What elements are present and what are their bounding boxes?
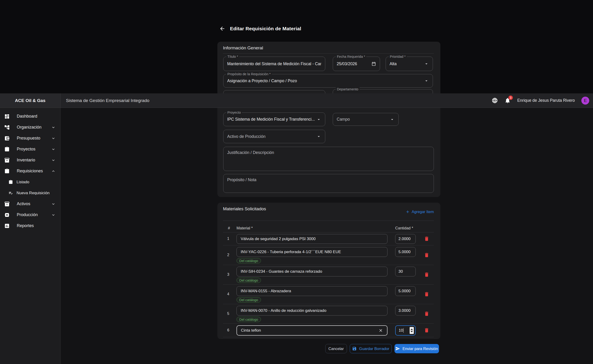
materials-rows: 1Válvula de seguridad 2 pulgadas PSI 300… (223, 232, 434, 337)
clipboard-icon (4, 168, 10, 174)
chart-icon (4, 223, 10, 229)
sidebar-item-presupuesto[interactable]: Presupuesto (0, 133, 60, 144)
material-value: INV-SIH-0234 - Guantes de carnaza reforz… (241, 269, 322, 274)
quantity-input[interactable]: 3.0000 (395, 306, 416, 316)
org-icon (4, 125, 10, 130)
sidebar-item-nueva-requisicion[interactable]: Nueva Requisición (0, 188, 60, 198)
sidebar-item-proyectos[interactable]: Proyectos (0, 144, 60, 155)
app-bar-right: 3 Enrique de Jesus Paruta Rivero E (492, 97, 593, 104)
calendar-icon[interactable] (371, 61, 376, 66)
material-input[interactable]: Válvula de seguridad 2 pulgadas PSI 3000 (237, 234, 388, 244)
trash-icon (424, 252, 429, 258)
delete-row-button[interactable] (424, 252, 429, 258)
delete-row-button[interactable] (424, 272, 429, 277)
campo-select[interactable]: Campo (333, 113, 399, 126)
campo-placeholder: Campo (337, 117, 350, 122)
spinner-up-icon[interactable] (411, 329, 413, 330)
departamento-label: Departamento (336, 87, 360, 91)
proyecto-label: Proyecto (226, 111, 242, 114)
material-input[interactable]: INV-MAN-0155 - Abrazadera (237, 286, 388, 296)
quantity-value: 5.0000 (398, 250, 411, 254)
sidebar-item-listado[interactable]: Listado (0, 176, 60, 188)
activo-produccion-select[interactable]: Activo de Producción (223, 130, 325, 143)
chevron-down-icon (51, 158, 56, 162)
sidebar-item-activos[interactable]: Activos (0, 198, 60, 209)
quantity-value: 2.0000 (398, 237, 411, 241)
material-input[interactable]: INV-MAN-0070 - Anillo de reducción galva… (237, 306, 388, 316)
notifications-button[interactable]: 3 (504, 97, 511, 104)
materials-table-header: # Material * Cantidad * (223, 224, 434, 232)
materials-card: Materiales Solicitados Agregar Item # Ma… (217, 203, 440, 339)
sidebar: DashboardOrganizaciónPresupuestoProyecto… (0, 108, 61, 364)
sidebar-item-inventario[interactable]: Inventario (0, 155, 60, 166)
delete-row-button[interactable] (424, 311, 429, 317)
proyecto-value: IPC Sistema de Medición Fiscal y Transfe… (227, 117, 315, 122)
inventory-icon (4, 201, 10, 207)
activo-placeholder: Activo de Producción (227, 134, 265, 139)
material-input[interactable]: INV-YAC-0226 - Tuberia perforada 4-1/2´´… (237, 247, 388, 257)
column-material: Material * (237, 226, 253, 230)
sidebar-item-reportes[interactable]: Reportes (0, 220, 60, 231)
material-input[interactable]: INV-SIH-0234 - Guantes de carnaza reforz… (237, 267, 388, 276)
playlist-check-icon (8, 191, 13, 195)
clear-icon[interactable] (378, 328, 383, 333)
chevron-up-icon (51, 169, 56, 174)
caret-down-icon (424, 61, 429, 66)
save-draft-label: Guardar Borrador (359, 346, 389, 351)
sidebar-item-dashboard[interactable]: Dashboard (0, 111, 60, 122)
spinner-down-icon[interactable] (411, 331, 413, 332)
avatar[interactable]: E (581, 97, 589, 104)
caret-down-icon (389, 117, 395, 122)
sidebar-item-label: Nueva Requisición (17, 191, 50, 195)
row-number: 2 (227, 253, 229, 257)
material-value: INV-MAN-0155 - Abrazadera (241, 289, 291, 293)
chevron-down-icon (51, 125, 56, 130)
save-draft-button[interactable]: Guardar Borrador (350, 344, 392, 353)
titulo-value: Mantenimiento del Sistema de Medición Fi… (227, 61, 321, 66)
quantity-input[interactable]: 2.0000 (395, 234, 416, 244)
general-info-card: Información General Título * Mantenimien… (217, 42, 440, 197)
nota-placeholder: Propósito / Nota (227, 177, 256, 182)
quantity-input[interactable]: 5.0000 (395, 286, 416, 296)
fecha-value: 25/03/2026 (337, 61, 357, 66)
fecha-requerida-field[interactable]: Fecha Requerida * 25/03/2026 (333, 57, 380, 71)
quantity-input[interactable]: 30 (395, 267, 416, 276)
sidebar-item-requisiciones[interactable]: Requisiciones (0, 166, 60, 176)
quantity-value: 3.0000 (398, 308, 411, 313)
cancel-button[interactable]: Cancelar (325, 344, 347, 353)
prioridad-select[interactable]: Prioridad * Alta (386, 57, 433, 71)
wallet-icon (4, 136, 10, 141)
sidebar-item-label: Listado (17, 180, 29, 184)
plus-icon (405, 210, 410, 214)
justificacion-textarea[interactable]: Justificación / Descripción (223, 147, 434, 171)
submit-review-button[interactable]: Enviar para Revisión (395, 344, 439, 353)
proposito-select[interactable]: Propósito de la Requisición * Asignación… (223, 74, 433, 88)
number-spinner[interactable] (410, 327, 414, 334)
add-item-button[interactable]: Agregar Item (405, 210, 434, 214)
quantity-input[interactable]: 10 (395, 325, 416, 336)
material-row: 2INV-YAC-0226 - Tuberia perforada 4-1/2´… (223, 246, 434, 265)
sidebar-item-label: Dashboard (17, 114, 37, 119)
sidebar-item-produccion[interactable]: Producción (0, 209, 60, 220)
delete-row-button[interactable] (424, 236, 429, 241)
quantity-input[interactable]: 5.0000 (395, 247, 416, 257)
delete-row-button[interactable] (424, 291, 429, 297)
clipboard-icon (4, 146, 10, 152)
prioridad-value: Alta (389, 61, 396, 66)
barrel-icon (4, 212, 10, 218)
nota-textarea[interactable]: Propósito / Nota (223, 174, 434, 193)
general-info-title: Información General (223, 46, 263, 51)
titulo-field[interactable]: Título * Mantenimiento del Sistema de Me… (223, 57, 325, 71)
chevron-down-icon (51, 136, 56, 141)
trash-icon (424, 291, 429, 297)
fecha-label: Fecha Requerida * (336, 55, 366, 58)
proyecto-select[interactable]: Proyecto IPC Sistema de Medición Fiscal … (223, 112, 325, 126)
brand: ACE Oil & Gas (0, 93, 61, 108)
material-input[interactable]: Cinta teflon (237, 325, 388, 336)
sidebar-item-label: Producción (17, 212, 38, 217)
back-arrow-icon[interactable] (219, 26, 225, 32)
globe-icon[interactable] (492, 97, 498, 104)
quantity-value: 10 (399, 328, 403, 333)
sidebar-item-organizacion[interactable]: Organización (0, 122, 60, 133)
delete-row-button[interactable] (424, 327, 429, 333)
